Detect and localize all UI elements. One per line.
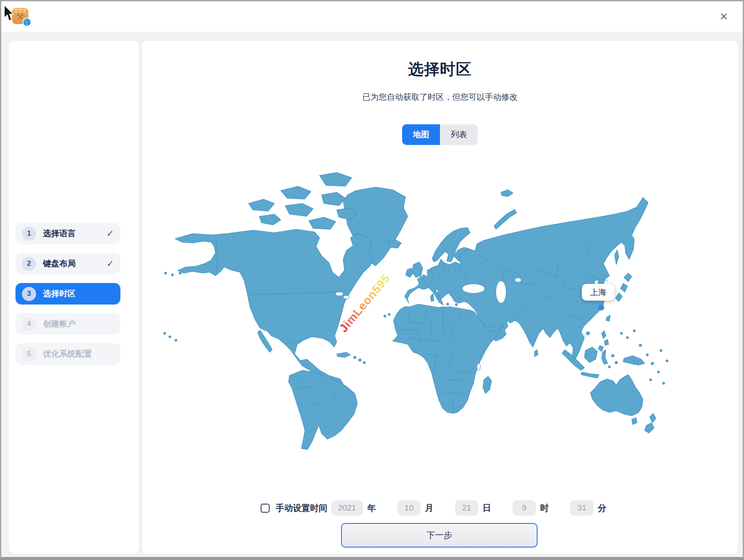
sidebar-item-account[interactable]: 4 创建帐户 bbox=[15, 313, 120, 335]
step-label: 选择语言 bbox=[43, 228, 106, 239]
city-marker-dot[interactable] bbox=[598, 305, 604, 311]
timezone-world-map[interactable] bbox=[152, 165, 676, 453]
hour-input[interactable]: 9 bbox=[513, 500, 536, 516]
installer-window: ⚒ ↓ ✕ 1 选择语言 ✓ 2 键盘布局 ✓ 3 选择时区 4 创建帐户 bbox=[0, 0, 744, 560]
year-unit-label: 年 bbox=[367, 502, 376, 514]
manual-time-checkbox[interactable] bbox=[261, 504, 270, 513]
steps-sidebar: 1 选择语言 ✓ 2 键盘布局 ✓ 3 选择时区 4 创建帐户 5 优化系统配置 bbox=[9, 41, 139, 554]
step-number: 4 bbox=[22, 317, 36, 331]
mouse-cursor bbox=[3, 5, 15, 22]
step-number: 2 bbox=[22, 257, 36, 271]
sidebar-item-keyboard[interactable]: 2 键盘布局 ✓ bbox=[15, 253, 120, 274]
day-input[interactable]: 21 bbox=[455, 500, 478, 516]
close-icon[interactable]: ✕ bbox=[717, 10, 731, 24]
month-input[interactable]: 10 bbox=[397, 500, 421, 516]
step-label: 键盘布局 bbox=[43, 258, 106, 269]
titlebar: ⚒ ↓ ✕ bbox=[1, 1, 743, 32]
check-icon: ✓ bbox=[106, 228, 114, 239]
year-input[interactable]: 2021 bbox=[331, 500, 363, 516]
sidebar-item-language[interactable]: 1 选择语言 ✓ bbox=[15, 223, 120, 244]
step-number: 3 bbox=[22, 287, 36, 301]
check-icon: ✓ bbox=[106, 258, 114, 269]
manual-time-label: 手动设置时间 bbox=[276, 502, 327, 514]
minute-input[interactable]: 31 bbox=[570, 500, 593, 516]
manual-time-row: 手动设置时间 2021 年 10 月 21 日 9 时 31 分 bbox=[142, 498, 738, 517]
page-title: 选择时区 bbox=[142, 41, 738, 80]
day-unit-label: 日 bbox=[483, 502, 491, 514]
step-label: 优化系统配置 bbox=[43, 348, 114, 360]
page-subtitle: 已为您自动获取了时区，但您可以手动修改 bbox=[142, 92, 738, 103]
step-label: 创建帐户 bbox=[43, 318, 114, 329]
step-label: 选择时区 bbox=[43, 288, 114, 299]
step-number: 5 bbox=[22, 347, 36, 361]
tab-list-view[interactable]: 列表 bbox=[440, 124, 478, 145]
sidebar-item-optimize[interactable]: 5 优化系统配置 bbox=[15, 343, 120, 365]
selected-city-label: 上海 bbox=[582, 284, 615, 301]
download-arrow-badge-icon: ↓ bbox=[22, 18, 31, 27]
sidebar-item-timezone[interactable]: 3 选择时区 bbox=[15, 283, 120, 305]
month-unit-label: 月 bbox=[425, 502, 433, 514]
tab-map-view[interactable]: 地图 bbox=[402, 124, 440, 145]
hour-unit-label: 时 bbox=[540, 502, 549, 514]
step-number: 1 bbox=[22, 227, 36, 241]
minute-unit-label: 分 bbox=[598, 502, 606, 514]
map-list-toggle: 地图 列表 bbox=[402, 124, 478, 145]
next-button[interactable]: 下一步 bbox=[341, 523, 538, 548]
